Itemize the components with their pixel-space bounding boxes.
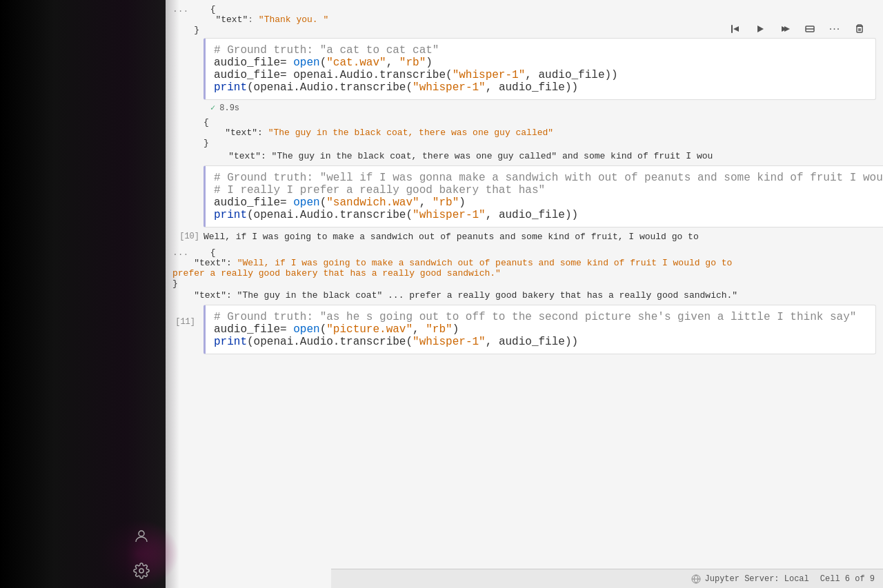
- output-cat-wav: { "text": "The guy in the black coat, th…: [166, 114, 883, 151]
- cell-picture-wav: [11] # Ground truth: "as he s going out …: [166, 305, 883, 354]
- delete-cell-button[interactable]: [850, 19, 869, 39]
- cell-gutter-cat: [166, 38, 204, 52]
- user-icon[interactable]: [131, 526, 152, 547]
- cell-gutter-sandwich: [166, 165, 204, 179]
- output-block-sandwich: ... { "text": "Well, if I was going to m…: [166, 246, 883, 290]
- execution-time-cat: ✓ 8.9s: [166, 101, 883, 114]
- wide-output-line-2: "text": "The guy in the black coat" ... …: [166, 290, 883, 303]
- svg-point-0: [139, 531, 144, 536]
- cell-cat-wav: # Ground truth: "a cat to cat cat" audio…: [166, 38, 883, 100]
- output-text-sandwich-wide: Well, if I was going to make a sandwich …: [204, 229, 883, 245]
- svg-marker-3: [733, 26, 739, 32]
- svg-marker-6: [784, 26, 790, 32]
- more-button[interactable]: ···: [825, 19, 844, 39]
- cell-number-10: [10]: [166, 229, 204, 244]
- notebook-scroll[interactable]: ... { "text": "Thank you. " } # Ground t…: [166, 0, 883, 569]
- collapse-button[interactable]: [800, 19, 820, 39]
- cell-toolbar: ···: [726, 19, 869, 39]
- notebook-area: ··· ... { "text": "Thank you. " }: [166, 0, 883, 588]
- run-cell-button[interactable]: [751, 19, 770, 39]
- notebook-content: ... { "text": "Thank you. " } # Ground t…: [166, 0, 883, 369]
- run-below-button[interactable]: [775, 19, 795, 39]
- svg-point-1: [139, 569, 143, 573]
- cell-gutter-picture: [11]: [166, 305, 204, 334]
- wide-output-line-1: "text": "The guy in the black coat, ther…: [166, 151, 883, 164]
- svg-rect-9: [857, 26, 862, 32]
- output-text-cat: { "text": "The guy in the black coat, th…: [204, 114, 883, 151]
- cell-input-picture[interactable]: # Ground truth: "as he s going out to of…: [204, 305, 876, 354]
- checkmark-icon: ✓: [210, 103, 215, 113]
- svg-marker-4: [757, 26, 764, 32]
- cell-input-sandwich[interactable]: # Ground truth: "well if I was gonna mak…: [204, 165, 883, 227]
- cell-input-cat[interactable]: # Ground truth: "a cat to cat cat" audio…: [204, 38, 876, 100]
- cell-sandwich-wav: # Ground truth: "well if I was gonna mak…: [166, 165, 883, 227]
- status-bar: Jupyter Server: Local Cell 6 of 9: [331, 569, 883, 588]
- cell-position-label: Cell 6 of 9: [820, 574, 875, 584]
- sidebar-icons: [121, 498, 162, 588]
- svg-rect-2: [731, 25, 733, 33]
- run-above-button[interactable]: [726, 19, 745, 39]
- server-label: Jupyter Server: Local: [705, 574, 809, 584]
- output-sandwich-row: [10] Well, if I was going to make a sand…: [166, 229, 883, 245]
- server-info: Jupyter Server: Local: [691, 574, 809, 584]
- server-icon: [691, 574, 701, 584]
- settings-icon[interactable]: [131, 560, 152, 581]
- execution-time-value: 8.9s: [219, 103, 239, 113]
